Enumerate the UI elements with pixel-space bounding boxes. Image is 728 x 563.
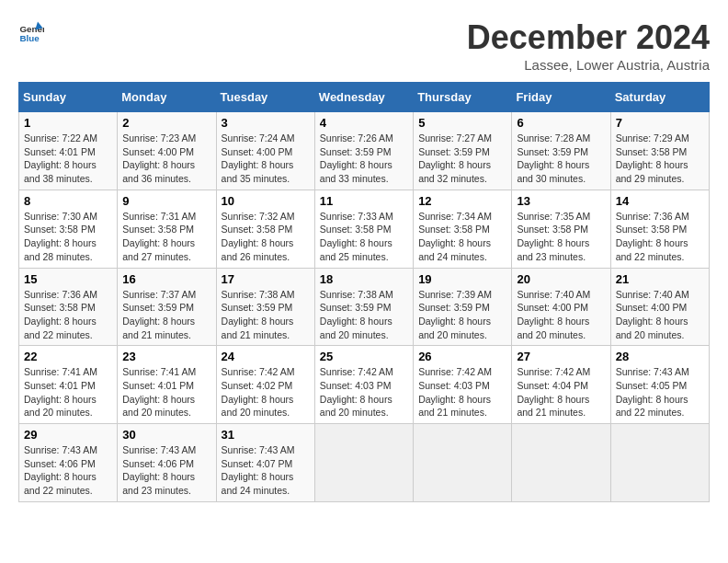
day-number: 18 bbox=[320, 272, 408, 286]
table-row: 24Sunrise: 7:42 AM Sunset: 4:02 PM Dayli… bbox=[216, 346, 314, 424]
day-info: Sunrise: 7:42 AM Sunset: 4:03 PM Dayligh… bbox=[320, 365, 408, 419]
day-number: 8 bbox=[24, 194, 112, 208]
day-number: 30 bbox=[122, 428, 210, 442]
day-info: Sunrise: 7:40 AM Sunset: 4:00 PM Dayligh… bbox=[616, 288, 704, 342]
day-number: 1 bbox=[24, 116, 112, 130]
table-row: 13Sunrise: 7:35 AM Sunset: 3:58 PM Dayli… bbox=[512, 190, 610, 268]
day-info: Sunrise: 7:42 AM Sunset: 4:04 PM Dayligh… bbox=[517, 365, 605, 419]
table-row: 17Sunrise: 7:38 AM Sunset: 3:59 PM Dayli… bbox=[216, 268, 314, 346]
table-row: 25Sunrise: 7:42 AM Sunset: 4:03 PM Dayli… bbox=[314, 346, 413, 424]
day-number: 21 bbox=[616, 272, 704, 286]
day-number: 4 bbox=[320, 116, 408, 130]
header: General Blue December 2024 Lassee, Lower… bbox=[18, 18, 710, 73]
col-header-tuesday: Tuesday bbox=[216, 83, 314, 112]
table-row: 29Sunrise: 7:43 AM Sunset: 4:06 PM Dayli… bbox=[19, 424, 118, 502]
day-info: Sunrise: 7:31 AM Sunset: 3:58 PM Dayligh… bbox=[122, 210, 210, 264]
col-header-monday: Monday bbox=[118, 83, 216, 112]
day-info: Sunrise: 7:39 AM Sunset: 3:59 PM Dayligh… bbox=[418, 288, 506, 342]
day-number: 14 bbox=[616, 194, 704, 208]
day-info: Sunrise: 7:38 AM Sunset: 3:59 PM Dayligh… bbox=[320, 288, 408, 342]
svg-text:Blue: Blue bbox=[19, 33, 40, 43]
day-number: 3 bbox=[222, 116, 310, 130]
day-number: 26 bbox=[418, 350, 506, 363]
table-row: 30Sunrise: 7:43 AM Sunset: 4:06 PM Dayli… bbox=[118, 424, 216, 502]
day-info: Sunrise: 7:34 AM Sunset: 3:58 PM Dayligh… bbox=[418, 210, 506, 264]
calendar-table: SundayMondayTuesdayWednesdayThursdayFrid… bbox=[18, 82, 710, 502]
day-info: Sunrise: 7:38 AM Sunset: 3:59 PM Dayligh… bbox=[222, 288, 310, 342]
day-number: 9 bbox=[122, 194, 210, 208]
table-row: 18Sunrise: 7:38 AM Sunset: 3:59 PM Dayli… bbox=[314, 268, 413, 346]
day-info: Sunrise: 7:27 AM Sunset: 3:59 PM Dayligh… bbox=[418, 132, 506, 186]
table-row: 14Sunrise: 7:36 AM Sunset: 3:58 PM Dayli… bbox=[610, 190, 709, 268]
col-header-wednesday: Wednesday bbox=[314, 83, 413, 112]
table-row: 7Sunrise: 7:29 AM Sunset: 3:58 PM Daylig… bbox=[610, 112, 709, 190]
table-row: 11Sunrise: 7:33 AM Sunset: 3:58 PM Dayli… bbox=[314, 190, 413, 268]
day-info: Sunrise: 7:26 AM Sunset: 3:59 PM Dayligh… bbox=[320, 132, 408, 186]
week-row: 8Sunrise: 7:30 AM Sunset: 3:58 PM Daylig… bbox=[19, 190, 710, 268]
day-number: 24 bbox=[222, 350, 310, 363]
day-number: 5 bbox=[418, 116, 506, 130]
day-number: 23 bbox=[122, 350, 210, 363]
day-number: 13 bbox=[517, 194, 605, 208]
day-info: Sunrise: 7:36 AM Sunset: 3:58 PM Dayligh… bbox=[616, 210, 704, 264]
week-row: 1Sunrise: 7:22 AM Sunset: 4:01 PM Daylig… bbox=[19, 112, 710, 190]
day-info: Sunrise: 7:42 AM Sunset: 4:03 PM Dayligh… bbox=[418, 365, 506, 419]
table-row: 4Sunrise: 7:26 AM Sunset: 3:59 PM Daylig… bbox=[314, 112, 413, 190]
table-row: 12Sunrise: 7:34 AM Sunset: 3:58 PM Dayli… bbox=[414, 190, 512, 268]
day-number: 6 bbox=[517, 116, 605, 130]
day-number: 16 bbox=[122, 272, 210, 286]
day-info: Sunrise: 7:22 AM Sunset: 4:01 PM Dayligh… bbox=[24, 132, 112, 186]
table-row: 28Sunrise: 7:43 AM Sunset: 4:05 PM Dayli… bbox=[610, 346, 709, 424]
week-row: 29Sunrise: 7:43 AM Sunset: 4:06 PM Dayli… bbox=[19, 424, 710, 502]
title-area: December 2024 Lassee, Lower Austria, Aus… bbox=[467, 18, 710, 73]
day-info: Sunrise: 7:43 AM Sunset: 4:06 PM Dayligh… bbox=[122, 443, 210, 498]
table-row: 22Sunrise: 7:41 AM Sunset: 4:01 PM Dayli… bbox=[19, 346, 118, 424]
day-number: 2 bbox=[122, 116, 210, 130]
day-info: Sunrise: 7:35 AM Sunset: 3:58 PM Dayligh… bbox=[517, 210, 605, 264]
table-row: 9Sunrise: 7:31 AM Sunset: 3:58 PM Daylig… bbox=[118, 190, 216, 268]
day-info: Sunrise: 7:32 AM Sunset: 3:58 PM Dayligh… bbox=[222, 210, 310, 264]
day-number: 15 bbox=[24, 272, 112, 286]
day-info: Sunrise: 7:43 AM Sunset: 4:07 PM Dayligh… bbox=[222, 443, 310, 498]
day-number: 11 bbox=[320, 194, 408, 208]
day-number: 19 bbox=[418, 272, 506, 286]
table-row: 21Sunrise: 7:40 AM Sunset: 4:00 PM Dayli… bbox=[610, 268, 709, 346]
table-row: 26Sunrise: 7:42 AM Sunset: 4:03 PM Dayli… bbox=[414, 346, 512, 424]
day-info: Sunrise: 7:24 AM Sunset: 4:00 PM Dayligh… bbox=[222, 132, 310, 186]
day-info: Sunrise: 7:43 AM Sunset: 4:06 PM Dayligh… bbox=[24, 443, 112, 498]
day-number: 25 bbox=[320, 350, 408, 363]
day-number: 7 bbox=[616, 116, 704, 130]
day-info: Sunrise: 7:29 AM Sunset: 3:58 PM Dayligh… bbox=[616, 132, 704, 186]
day-info: Sunrise: 7:43 AM Sunset: 4:05 PM Dayligh… bbox=[616, 365, 704, 419]
day-info: Sunrise: 7:41 AM Sunset: 4:01 PM Dayligh… bbox=[122, 365, 210, 419]
table-row: 1Sunrise: 7:22 AM Sunset: 4:01 PM Daylig… bbox=[19, 112, 118, 190]
month-title: December 2024 bbox=[467, 18, 710, 57]
day-info: Sunrise: 7:33 AM Sunset: 3:58 PM Dayligh… bbox=[320, 210, 408, 264]
table-row: 8Sunrise: 7:30 AM Sunset: 3:58 PM Daylig… bbox=[19, 190, 118, 268]
table-row: 10Sunrise: 7:32 AM Sunset: 3:58 PM Dayli… bbox=[216, 190, 314, 268]
table-row bbox=[610, 424, 709, 502]
day-info: Sunrise: 7:36 AM Sunset: 3:58 PM Dayligh… bbox=[24, 288, 112, 342]
day-info: Sunrise: 7:30 AM Sunset: 3:58 PM Dayligh… bbox=[24, 210, 112, 264]
table-row: 19Sunrise: 7:39 AM Sunset: 3:59 PM Dayli… bbox=[414, 268, 512, 346]
day-number: 27 bbox=[517, 350, 605, 363]
table-row: 23Sunrise: 7:41 AM Sunset: 4:01 PM Dayli… bbox=[118, 346, 216, 424]
week-row: 22Sunrise: 7:41 AM Sunset: 4:01 PM Dayli… bbox=[19, 346, 710, 424]
day-number: 31 bbox=[222, 428, 310, 442]
col-header-sunday: Sunday bbox=[19, 83, 118, 112]
day-info: Sunrise: 7:42 AM Sunset: 4:02 PM Dayligh… bbox=[222, 365, 310, 419]
day-info: Sunrise: 7:41 AM Sunset: 4:01 PM Dayligh… bbox=[24, 365, 112, 419]
table-row bbox=[314, 424, 413, 502]
table-row: 15Sunrise: 7:36 AM Sunset: 3:58 PM Dayli… bbox=[19, 268, 118, 346]
logo-icon: General Blue bbox=[18, 18, 44, 44]
day-number: 22 bbox=[24, 350, 112, 363]
table-row: 27Sunrise: 7:42 AM Sunset: 4:04 PM Dayli… bbox=[512, 346, 610, 424]
table-row: 31Sunrise: 7:43 AM Sunset: 4:07 PM Dayli… bbox=[216, 424, 314, 502]
col-header-thursday: Thursday bbox=[414, 83, 512, 112]
day-number: 17 bbox=[222, 272, 310, 286]
logo: General Blue bbox=[18, 18, 44, 44]
day-info: Sunrise: 7:28 AM Sunset: 3:59 PM Dayligh… bbox=[517, 132, 605, 186]
location-title: Lassee, Lower Austria, Austria bbox=[467, 57, 710, 73]
header-row: SundayMondayTuesdayWednesdayThursdayFrid… bbox=[19, 83, 710, 112]
day-info: Sunrise: 7:23 AM Sunset: 4:00 PM Dayligh… bbox=[122, 132, 210, 186]
